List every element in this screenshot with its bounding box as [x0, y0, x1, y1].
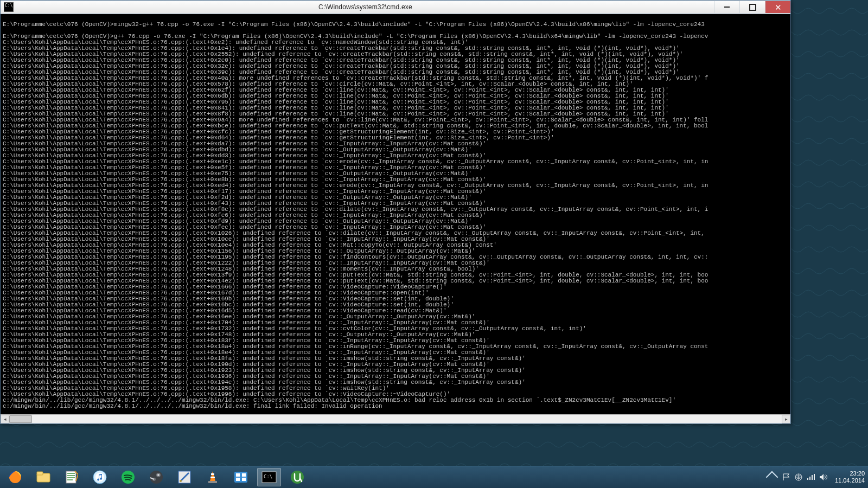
spotify-icon [121, 470, 135, 484]
taskbar-cmd[interactable]: C:\ [257, 468, 281, 486]
tray-time: 23:20 [835, 470, 865, 477]
network-globe-icon[interactable] [795, 473, 802, 481]
scroll-right-arrow-icon[interactable]: ▸ [782, 415, 790, 423]
svg-rect-20 [242, 478, 246, 481]
tray-show-hidden-icon[interactable] [766, 471, 778, 484]
system-tray[interactable]: 23:20 11.04.2014 [764, 470, 868, 484]
horizontal-scrollbar[interactable]: ◂ ▸ [1, 414, 790, 423]
taskbar-utility[interactable] [229, 468, 253, 486]
cmd-icon [4, 2, 14, 12]
scroll-track[interactable] [9, 415, 782, 423]
utorrent-icon [290, 470, 304, 484]
svg-rect-15 [208, 481, 217, 483]
folder-icon [36, 471, 50, 483]
close-button[interactable]: ✕ [765, 1, 790, 13]
svg-rect-2 [37, 472, 43, 475]
flag-icon[interactable] [783, 473, 790, 481]
svg-rect-18 [242, 473, 246, 477]
maximize-button[interactable] [739, 1, 765, 13]
taskbar-notepadpp[interactable] [60, 468, 84, 486]
svg-point-7 [150, 471, 163, 484]
tray-clock[interactable]: 23:20 11.04.2014 [835, 470, 865, 484]
taskbar-firefox[interactable] [3, 468, 27, 486]
svg-rect-14 [210, 477, 215, 478]
svg-point-5 [95, 473, 104, 481]
taskbar-vlc[interactable] [201, 468, 225, 486]
cmd-window: C:\Windows\system32\cmd.exe ✕ E:\Program… [0, 0, 791, 424]
volume-icon[interactable] [819, 473, 827, 481]
taskbar-steam[interactable] [144, 468, 168, 486]
svg-point-12 [180, 480, 182, 482]
svg-point-9 [157, 474, 159, 476]
titlebar[interactable]: C:\Windows\system32\cmd.exe ✕ [1, 1, 790, 14]
taskbar-explorer[interactable] [31, 468, 55, 486]
steam-icon [149, 470, 163, 484]
cmd-taskbar-icon: C:\ [261, 471, 277, 483]
window-title: C:\Windows\system32\cmd.exe [17, 3, 714, 11]
taskbar-utorrent[interactable] [285, 468, 309, 486]
itunes-icon [93, 470, 107, 484]
scroll-left-arrow-icon[interactable]: ◂ [1, 415, 9, 423]
scroll-thumb[interactable] [9, 415, 32, 423]
taskbar-spotify[interactable] [116, 468, 140, 486]
svg-rect-17 [236, 473, 240, 477]
minimize-button[interactable] [714, 1, 739, 13]
vlc-icon [207, 470, 219, 484]
taskbar-itunes[interactable] [88, 468, 112, 486]
svg-text:C:\: C:\ [264, 474, 272, 479]
designer-icon [177, 470, 192, 484]
svg-rect-13 [211, 473, 214, 475]
console-output[interactable]: E:\Programme\cetc\076 (OpenCV)>mingw32-g… [1, 20, 790, 409]
firefox-icon [8, 470, 22, 484]
tray-date: 11.04.2014 [835, 477, 865, 484]
taskbar-designer[interactable] [173, 468, 196, 486]
grid-utility-icon [234, 471, 248, 483]
wifi-icon[interactable] [807, 474, 815, 480]
svg-rect-19 [236, 478, 240, 481]
taskbar: C:\ 23:20 11.04.2014 [0, 466, 868, 488]
notepad-icon [65, 470, 78, 484]
